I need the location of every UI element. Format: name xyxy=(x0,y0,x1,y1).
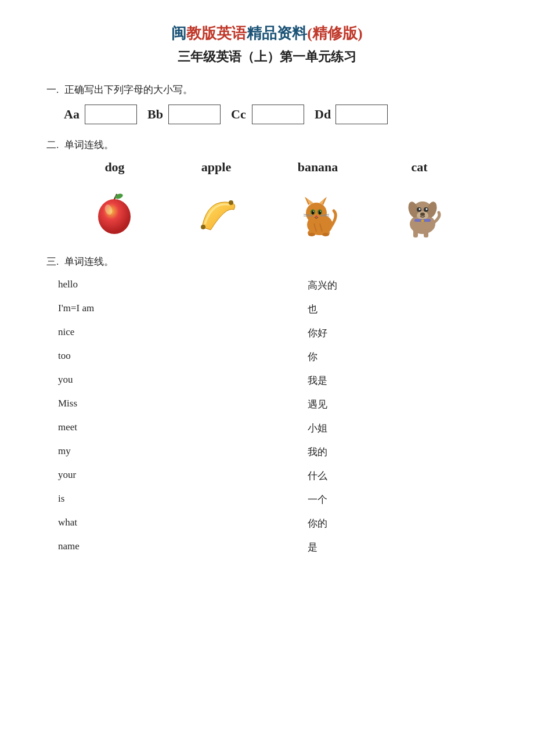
section2-num: 二. xyxy=(46,138,59,152)
vocab-cn-3: 你 xyxy=(273,348,488,366)
vocab-cn-10: 你的 xyxy=(273,514,488,532)
vocab-cn-8: 什么 xyxy=(273,467,488,485)
word-item-cat: cat xyxy=(369,160,470,241)
svg-point-1 xyxy=(114,193,124,200)
dog-image xyxy=(394,192,446,239)
svg-point-38 xyxy=(420,213,425,216)
vocab-en-6: meet xyxy=(58,419,273,437)
svg-point-40 xyxy=(421,219,424,222)
vocab-en-9: is xyxy=(58,491,273,509)
letter-group-aa: Aa xyxy=(64,105,137,124)
vocab-cn-2: 你好 xyxy=(273,324,488,342)
vocab-en-4: you xyxy=(58,372,273,390)
vocab-en-0: hello xyxy=(58,276,273,294)
letter-group-bb: Bb xyxy=(147,105,221,124)
svg-point-17 xyxy=(320,211,321,212)
section-2: 二. 单词连线。 dog xyxy=(46,138,488,241)
page-title-row: 闽教版英语精品资料(精修版) xyxy=(46,23,488,44)
section-3: 三. 单词连线。 hello高兴的I'm=I am也nice你好too你you我… xyxy=(46,255,488,556)
vocab-en-8: your xyxy=(58,467,273,485)
banana-image xyxy=(190,192,243,239)
word-item-apple: apple xyxy=(165,160,267,241)
letter-bb: Bb xyxy=(147,107,164,122)
letter-group-cc: Cc xyxy=(231,105,304,124)
letter-box-dd[interactable] xyxy=(335,105,388,124)
section1-num: 一. xyxy=(46,83,59,96)
words-row: dog app xyxy=(64,160,470,241)
svg-point-28 xyxy=(322,233,329,236)
section2-title: 二. 单词连线。 xyxy=(46,138,488,152)
svg-point-5 xyxy=(201,225,205,229)
letter-group-dd: Dd xyxy=(315,105,388,124)
vocab-cn-9: 一个 xyxy=(273,491,488,509)
section2-label: 单词连线。 xyxy=(64,138,114,152)
vocab-en-5: Miss xyxy=(58,395,273,413)
letter-dd: Dd xyxy=(315,107,331,122)
section1-label: 正确写出下列字母的大小写。 xyxy=(64,83,193,96)
vocab-en-11: name xyxy=(58,538,273,556)
title-part3: 精品资料 xyxy=(247,25,307,42)
svg-point-37 xyxy=(425,208,427,210)
vocab-en-7: my xyxy=(58,443,273,461)
letter-box-cc[interactable] xyxy=(252,105,304,124)
svg-point-4 xyxy=(229,200,233,205)
letter-box-bb[interactable] xyxy=(168,105,221,124)
word-cat: cat xyxy=(369,160,470,175)
vocab-en-10: what xyxy=(58,514,273,532)
vocab-cn-7: 我的 xyxy=(273,443,488,461)
svg-point-7 xyxy=(306,203,327,224)
section1-title: 一. 正确写出下列字母的大小写。 xyxy=(46,83,488,96)
vocab-en-1: I'm=I am xyxy=(58,300,273,318)
apple-image xyxy=(89,192,141,239)
letter-box-aa[interactable] xyxy=(85,105,137,124)
letter-cc: Cc xyxy=(231,107,247,122)
title-part2: 教版英语 xyxy=(186,25,247,42)
page-title: 闽教版英语精品资料(精修版) xyxy=(171,25,362,42)
svg-point-16 xyxy=(313,211,314,212)
title-part4: (精修版) xyxy=(307,25,362,42)
vocab-en-3: too xyxy=(58,348,273,366)
vocab-cn-6: 小姐 xyxy=(273,419,488,437)
word-dog: dog xyxy=(64,160,165,175)
cat-image xyxy=(292,192,344,239)
title-part1: 闽 xyxy=(171,25,186,42)
word-item-dog: dog xyxy=(64,160,165,241)
svg-point-2 xyxy=(98,199,131,234)
vocab-cn-4: 我是 xyxy=(273,372,488,390)
section-1: 一. 正确写出下列字母的大小写。 Aa Bb Cc Dd xyxy=(46,83,488,124)
svg-point-36 xyxy=(418,208,420,210)
svg-rect-42 xyxy=(424,229,428,237)
vocab-en-2: nice xyxy=(58,324,273,342)
word-banana: banana xyxy=(267,160,369,175)
word-apple: apple xyxy=(165,160,267,175)
svg-rect-41 xyxy=(413,229,418,237)
letter-boxes-row: Aa Bb Cc Dd xyxy=(64,105,488,124)
section3-label: 单词连线。 xyxy=(64,255,114,268)
vocab-cn-0: 高兴的 xyxy=(273,276,488,294)
word-item-banana: banana xyxy=(267,160,369,241)
letter-aa: Aa xyxy=(64,107,80,122)
vocab-cn-11: 是 xyxy=(273,538,488,556)
section3-num: 三. xyxy=(46,255,59,268)
vocab-list: hello高兴的I'm=I am也nice你好too你you我是Miss遇见me… xyxy=(58,276,488,556)
vocab-cn-1: 也 xyxy=(273,300,488,318)
section3-title: 三. 单词连线。 xyxy=(46,255,488,268)
svg-point-27 xyxy=(308,233,315,236)
vocab-cn-5: 遇见 xyxy=(273,395,488,413)
page-subtitle: 三年级英语（上）第一单元练习 xyxy=(46,48,488,66)
